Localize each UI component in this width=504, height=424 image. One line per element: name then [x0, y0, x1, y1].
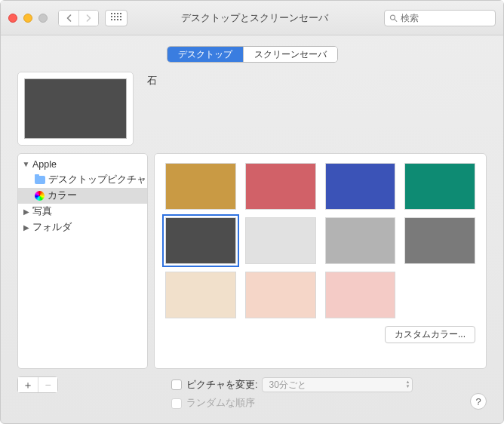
prefs-window: デスクトップとスクリーンセーバ デスクトップ スクリーンセーバ 石	[0, 0, 504, 424]
forward-button[interactable]	[78, 11, 98, 26]
tab-desktop[interactable]: デスクトップ	[167, 47, 243, 62]
color-swatch-3[interactable]	[404, 163, 475, 210]
minimize-button[interactable]	[23, 14, 32, 23]
color-swatch-9[interactable]	[245, 272, 316, 318]
preview-row: 石	[17, 72, 487, 146]
color-wheel-icon	[35, 191, 45, 201]
color-swatch-10[interactable]	[325, 272, 396, 318]
stepper-icon: ▲▼	[406, 379, 410, 389]
disclosure-right-icon: ▶	[23, 208, 29, 215]
tree-label: Apple	[32, 159, 57, 170]
change-picture-checkbox[interactable]	[171, 379, 182, 390]
grid-pane: カスタムカラー...	[154, 153, 487, 369]
color-swatch-7[interactable]	[404, 217, 475, 264]
random-order-label: ランダムな順序	[186, 397, 255, 410]
tree-label: カラー	[48, 189, 77, 202]
nav-back-forward	[58, 10, 99, 26]
zoom-button	[38, 14, 48, 23]
middle-pane: ▼ Apple デスクトップピクチャ カラー ▶ 写真 ▶ フォルダ	[17, 153, 487, 369]
tree-label: デスクトップピクチャ	[48, 174, 146, 186]
titlebar: デスクトップとスクリーンセーバ	[1, 1, 503, 35]
preview-swatch	[24, 78, 127, 139]
tree-colors[interactable]: カラー	[18, 188, 147, 204]
grid-icon	[111, 13, 121, 23]
search-icon	[389, 14, 398, 23]
change-picture-label: ピクチャを変更:	[186, 379, 257, 392]
window-title: デスクトップとスクリーンセーバ	[134, 11, 378, 25]
random-order-checkbox	[171, 398, 182, 409]
swatch-grid	[165, 163, 475, 318]
add-remove-group: ＋ −	[17, 376, 58, 393]
show-all-button[interactable]	[105, 10, 128, 26]
tree-photos[interactable]: ▶ 写真	[18, 204, 147, 220]
tab-bar: デスクトップ スクリーンセーバ	[17, 46, 487, 63]
preview-frame	[17, 72, 134, 146]
help-icon: ?	[475, 396, 481, 407]
color-swatch-0[interactable]	[165, 163, 236, 210]
disclosure-down-icon: ▼	[23, 161, 29, 167]
interval-select: 30分ごと ▲▼	[262, 377, 413, 392]
content: デスクトップ スクリーンセーバ 石 ▼ Apple デスクトップピクチャ	[1, 35, 503, 423]
color-swatch-1[interactable]	[245, 163, 316, 210]
tree-label: フォルダ	[32, 221, 72, 234]
remove-source-button: −	[38, 377, 57, 392]
color-swatch-6[interactable]	[325, 217, 396, 264]
add-source-button[interactable]: ＋	[18, 377, 38, 392]
help-button[interactable]: ?	[470, 393, 487, 410]
custom-color-button[interactable]: カスタムカラー...	[385, 326, 475, 343]
color-swatch-4[interactable]	[165, 217, 236, 264]
tree-apple[interactable]: ▼ Apple	[18, 156, 147, 172]
back-button[interactable]	[59, 11, 78, 26]
preview-label: 石	[147, 72, 157, 88]
source-sidebar[interactable]: ▼ Apple デスクトップピクチャ カラー ▶ 写真 ▶ フォルダ	[17, 153, 148, 369]
color-swatch-8[interactable]	[165, 272, 236, 318]
folder-icon	[35, 176, 45, 184]
close-button[interactable]	[8, 14, 17, 23]
color-swatch-5[interactable]	[245, 217, 316, 264]
search-input[interactable]	[401, 13, 490, 23]
search-field[interactable]	[384, 10, 496, 26]
tree-label: 写真	[32, 205, 52, 218]
footer: ＋ − ピクチャを変更: 30分ごと ▲▼ ランダムな順序 ?	[17, 376, 487, 410]
tree-desktop-pictures[interactable]: デスクトップピクチャ	[18, 172, 147, 188]
interval-value: 30分ごと	[269, 379, 306, 392]
tab-screensaver[interactable]: スクリーンセーバ	[243, 47, 337, 62]
traffic-lights	[8, 14, 48, 23]
tree-folders[interactable]: ▶ フォルダ	[18, 220, 147, 235]
svg-line-1	[395, 19, 397, 21]
color-swatch-2[interactable]	[325, 163, 396, 210]
disclosure-right-icon: ▶	[23, 224, 29, 231]
